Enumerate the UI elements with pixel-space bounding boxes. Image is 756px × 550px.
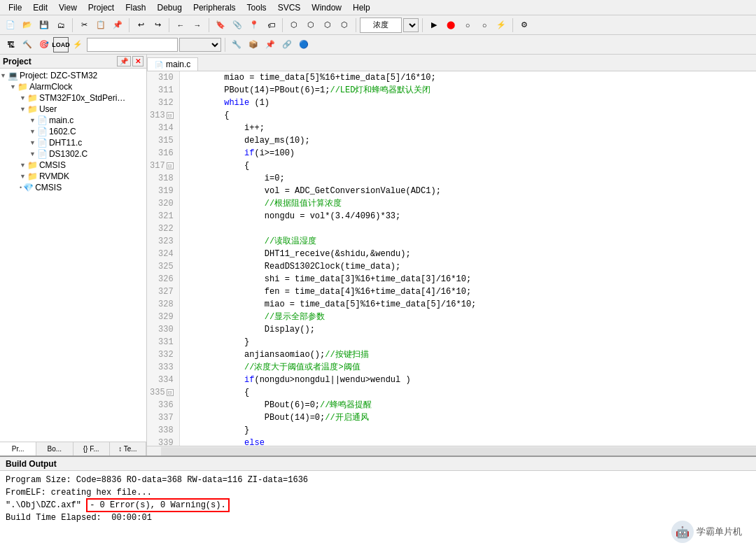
watermark-text: 学霸单片机: [696, 526, 742, 538]
tree-item[interactable]: •💎CMSIS: [0, 182, 146, 193]
target-btn[interactable]: 🎯: [36, 37, 52, 52]
project-close-btn[interactable]: ✕: [132, 56, 144, 66]
menu-tools[interactable]: Tools: [241, 1, 272, 14]
stop-btn[interactable]: ⬤: [443, 17, 458, 33]
build-btn[interactable]: 🏗: [3, 37, 18, 52]
step-btn[interactable]: ○: [460, 17, 475, 33]
menu-flash[interactable]: Flash: [120, 1, 151, 14]
menu-window[interactable]: Window: [306, 1, 347, 14]
fold-marker[interactable]: ⊟: [167, 162, 174, 169]
load-btn[interactable]: LOAD: [53, 37, 69, 52]
editor-tabs: 📄 main.c: [147, 55, 756, 71]
proj-tab-project[interactable]: Pr...: [0, 442, 36, 456]
run-btn[interactable]: ▶: [426, 17, 442, 33]
build-output: Build Output Program Size: Code=8836 RO-…: [0, 456, 756, 550]
watermark-logo: 🤖: [671, 521, 694, 543]
debug-settings-btn[interactable]: 🔧: [229, 37, 244, 52]
menu-project[interactable]: Project: [83, 1, 120, 14]
pin-btn[interactable]: 📌: [262, 37, 278, 52]
project-name-input[interactable]: AlarmClock: [87, 38, 178, 52]
nav-fwd-btn[interactable]: →: [190, 17, 205, 33]
fold-marker[interactable]: ⊟: [167, 389, 174, 396]
code-line: anjiansaomiao();//按键扫描: [184, 348, 752, 361]
indent4-btn[interactable]: ⬡: [337, 17, 352, 33]
editor-tab-main[interactable]: 📄 main.c: [147, 57, 198, 71]
tree-item[interactable]: ▼📁RVMDK: [0, 171, 146, 182]
menu-svcs[interactable]: SVCS: [272, 1, 307, 14]
horizontal-scrollbar[interactable]: [147, 446, 756, 456]
code-line: Display();: [184, 323, 752, 336]
reset-btn[interactable]: ⚡: [493, 17, 509, 33]
save-all-btn[interactable]: 🗂: [53, 17, 69, 33]
project-pin-btn[interactable]: 📌: [117, 56, 131, 66]
nav-back-btn[interactable]: ←: [173, 17, 188, 33]
new-btn[interactable]: 📄: [3, 17, 18, 33]
code-content[interactable]: miao = time_data[5]%16+time_data[5]/16*1…: [180, 71, 756, 446]
line-numbers: 310311312313⊟314315316317⊟31831932032132…: [147, 71, 180, 446]
code-line: i++;: [184, 122, 752, 134]
code-line: }: [184, 336, 752, 348]
indent2-btn[interactable]: ⬡: [303, 17, 318, 33]
tree-item[interactable]: ▼📄DS1302.C: [0, 148, 146, 160]
tree-item[interactable]: ▼📄main.c: [0, 115, 146, 126]
tree-item[interactable]: ▼📁AlarmClock: [0, 81, 146, 92]
proj-tab-templates[interactable]: ↕ Te...: [110, 442, 146, 456]
line-number: 314: [150, 122, 176, 134]
sep7: [422, 18, 423, 32]
save-btn[interactable]: 💾: [36, 17, 52, 33]
code-line: if(i>=100): [184, 147, 752, 160]
component-btn[interactable]: 📦: [246, 37, 261, 52]
search-dropdown[interactable]: [403, 18, 419, 32]
line-number: 339: [150, 437, 176, 446]
indent-btn[interactable]: ⬡: [286, 17, 302, 33]
fold-marker[interactable]: ⊟: [167, 112, 174, 119]
undo-btn[interactable]: ↩: [133, 17, 148, 33]
line-number: 325: [150, 260, 176, 273]
settings-btn[interactable]: ⚙: [517, 17, 532, 33]
code-line: i=0;: [184, 172, 752, 185]
redo-btn[interactable]: ↪: [150, 17, 165, 33]
cut-btn[interactable]: ✂: [76, 17, 92, 33]
proj-tab-books[interactable]: Bo...: [36, 442, 73, 456]
step2-btn[interactable]: ○: [477, 17, 492, 33]
rebuild-btn[interactable]: 🔨: [20, 37, 35, 52]
line-number: 338: [150, 424, 176, 437]
tree-item[interactable]: ▼📁CMSIS: [0, 160, 146, 171]
menu-view[interactable]: View: [53, 1, 83, 14]
line-number: 319: [150, 185, 176, 197]
bookmark-btn[interactable]: 🔖: [213, 17, 228, 33]
proj-tab-functions[interactable]: {} F...: [74, 442, 110, 456]
tree-item[interactable]: ▼📄DHT11.c: [0, 137, 146, 148]
target-dropdown[interactable]: [179, 38, 221, 52]
misc-btn[interactable]: 🔵: [296, 37, 312, 52]
tree-item[interactable]: ▼📄1602.C: [0, 126, 146, 137]
bookmark2-btn[interactable]: 📎: [230, 17, 245, 33]
tree-item[interactable]: ▼📁STM32F10x_StdPeri…: [0, 92, 146, 104]
line-number: 312: [150, 97, 176, 109]
code-line: {: [184, 160, 752, 172]
sep3: [169, 18, 169, 32]
menu-help[interactable]: Help: [347, 1, 376, 14]
flash-btn[interactable]: ⚡: [70, 37, 85, 52]
line-number: 320: [150, 197, 176, 210]
paste-btn[interactable]: 📌: [110, 17, 125, 33]
copy-btn[interactable]: 📋: [93, 17, 108, 33]
h-scrollbar-track[interactable]: [161, 447, 756, 456]
menu-edit[interactable]: Edit: [27, 1, 53, 14]
menu-peripherals[interactable]: Peripherals: [188, 1, 241, 14]
menu-file[interactable]: File: [3, 1, 27, 14]
open-btn[interactable]: 📂: [20, 17, 35, 33]
line-number: 334: [150, 374, 176, 386]
line-number: 329: [150, 311, 176, 323]
menu-debug[interactable]: Debug: [152, 1, 188, 14]
line-number: 315: [150, 134, 176, 147]
bookmark4-btn[interactable]: 🏷: [263, 17, 279, 33]
code-editor[interactable]: 310311312313⊟314315316317⊟31831932032132…: [147, 71, 756, 446]
group-btn[interactable]: 🔗: [279, 37, 295, 52]
tree-item[interactable]: ▼📁User: [0, 104, 146, 115]
tree-item[interactable]: ▼💻Project: DZC-STM32: [0, 70, 146, 81]
line-number: 335⊟: [150, 386, 176, 399]
indent3-btn[interactable]: ⬡: [320, 17, 335, 33]
search-btn[interactable]: 浓度: [360, 17, 402, 33]
bookmark3-btn[interactable]: 📍: [246, 17, 262, 33]
